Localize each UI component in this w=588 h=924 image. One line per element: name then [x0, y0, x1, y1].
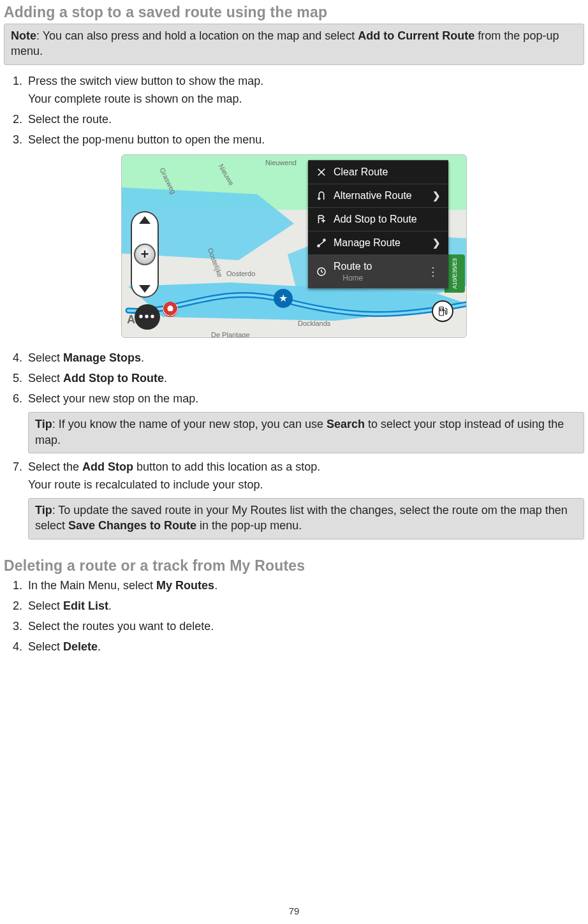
- menu-label: Manage Route: [334, 237, 401, 249]
- route-waypoint-star[interactable]: ★: [274, 289, 293, 308]
- txt: Select the: [28, 460, 82, 473]
- page-number: 79: [0, 906, 588, 916]
- steps-list-2: In the Main Menu, select My Routes. Sele…: [4, 577, 584, 655]
- txt: .: [108, 599, 112, 612]
- del-step-3: Select the routes you want to delete.: [26, 618, 584, 634]
- menu-label: Alternative Route: [334, 190, 412, 202]
- map-street-label: Docklands: [298, 319, 330, 327]
- del-step-1: In the Main Menu, select My Routes.: [26, 577, 584, 594]
- menu-item-alternative-route[interactable]: Alternative Route ❯: [308, 184, 448, 207]
- note-text-1: : You can also press and hold a location…: [36, 29, 358, 42]
- zoom-control[interactable]: +: [131, 211, 159, 298]
- txt: button to add this location as a stop.: [133, 460, 320, 473]
- note-prefix: Note: [11, 29, 36, 42]
- txt: in the pop-up menu.: [196, 519, 302, 532]
- step-3: Select the pop-menu button to open the m…: [26, 131, 584, 148]
- txt: In the Main Menu, select: [28, 579, 156, 592]
- tip-prefix: Tip: [35, 504, 52, 517]
- step-5: Select Add Stop to Route.: [26, 370, 584, 386]
- more-vertical-icon[interactable]: ⋮: [427, 265, 441, 279]
- note-bold: Add to Current Route: [358, 29, 474, 42]
- heading-delete-route: Deleting a route or a track from My Rout…: [4, 557, 584, 575]
- tip-box-2: Tip: To update the saved route in your M…: [28, 498, 584, 539]
- menu-label: Add Stop to Route: [334, 214, 417, 225]
- step-6-text: Select your new stop on the map.: [28, 392, 198, 405]
- chevron-right-icon: ❯: [432, 190, 441, 202]
- steps-list-1: Press the switch view button to show the…: [4, 73, 584, 148]
- txt: Select: [28, 640, 63, 653]
- map-street-label: Oosterdo: [226, 270, 255, 277]
- heading-add-stop: Adding a stop to a saved route using the…: [4, 4, 584, 21]
- step-1b: Your complete route is shown on the map.: [28, 91, 584, 107]
- bold: My Routes: [156, 579, 214, 592]
- txt: Select: [28, 372, 63, 385]
- step-2: Select the route.: [26, 111, 584, 128]
- bold: Add Stop to Route: [63, 372, 164, 385]
- route-start-marker: [163, 302, 178, 317]
- bold: Save Changes to Route: [68, 519, 196, 532]
- txt: .: [214, 579, 217, 592]
- manage-route-icon: [316, 237, 327, 249]
- menu-label: Clear Route: [334, 166, 388, 178]
- txt: Select: [28, 599, 63, 612]
- note-box: Note: You can also press and hold a loca…: [4, 24, 584, 65]
- bold: Search: [327, 418, 365, 430]
- bold: Edit List: [63, 599, 108, 612]
- map-street-label: Nieuwe: [217, 163, 236, 187]
- step-7b: Your route is recalculated to include yo…: [28, 476, 584, 493]
- txt: .: [98, 640, 101, 653]
- route-popup-menu: Clear Route Alternative Route ❯ Add Stop…: [308, 160, 448, 288]
- txt: Select: [28, 351, 63, 364]
- txt: .: [164, 372, 167, 385]
- menu-sublabel: Home: [334, 274, 372, 282]
- txt: .: [141, 351, 144, 364]
- menu-item-manage-route[interactable]: Manage Route ❯: [308, 231, 448, 254]
- map-street-label: Nieuwend: [265, 159, 297, 166]
- close-icon: [316, 166, 327, 178]
- menu-label: Route to: [334, 261, 372, 272]
- gas-station-icon[interactable]: [432, 300, 453, 322]
- map-figure-wrap: ★ Grasweg Nieuwe Nieuwend Sumatrakade Oo…: [4, 154, 584, 341]
- zoom-out-icon[interactable]: [139, 285, 151, 293]
- step-6: Select your new stop on the map. Tip: If…: [26, 390, 584, 453]
- bold: Delete: [63, 640, 98, 653]
- map-street-label: De Plantage: [211, 331, 250, 338]
- zoom-mid-button[interactable]: +: [134, 244, 156, 265]
- menu-item-add-stop[interactable]: Add Stop to Route: [308, 207, 448, 231]
- clock-icon: [316, 266, 327, 277]
- chevron-right-icon: ❯: [432, 237, 441, 249]
- add-stop-icon: [316, 214, 327, 225]
- del-step-4: Select Delete.: [26, 638, 584, 655]
- menu-item-route-to[interactable]: Route to Home ⋮: [308, 254, 448, 288]
- map-screenshot: ★ Grasweg Nieuwe Nieuwend Sumatrakade Oo…: [121, 154, 467, 338]
- bold: Add Stop: [82, 460, 133, 473]
- step-1: Press the switch view button to show the…: [26, 73, 584, 107]
- bold: Manage Stops: [63, 351, 141, 364]
- step-1a: Press the switch view button to show the…: [28, 75, 263, 87]
- map-more-button[interactable]: •••: [135, 304, 160, 330]
- step-7: Select the Add Stop button to add this l…: [26, 458, 584, 539]
- zoom-in-icon[interactable]: [139, 216, 151, 224]
- txt: : If you know the name of your new stop,…: [52, 418, 327, 430]
- steps-list-1b: Select Manage Stops. Select Add Stop to …: [4, 349, 584, 539]
- del-step-2: Select Edit List.: [26, 598, 584, 614]
- menu-item-clear-route[interactable]: Clear Route: [308, 160, 448, 184]
- step-4: Select Manage Stops.: [26, 349, 584, 366]
- alt-route-icon: [316, 190, 327, 202]
- tip-box-1: Tip: If you know the name of your new st…: [28, 412, 584, 453]
- tip-prefix: Tip: [35, 418, 52, 430]
